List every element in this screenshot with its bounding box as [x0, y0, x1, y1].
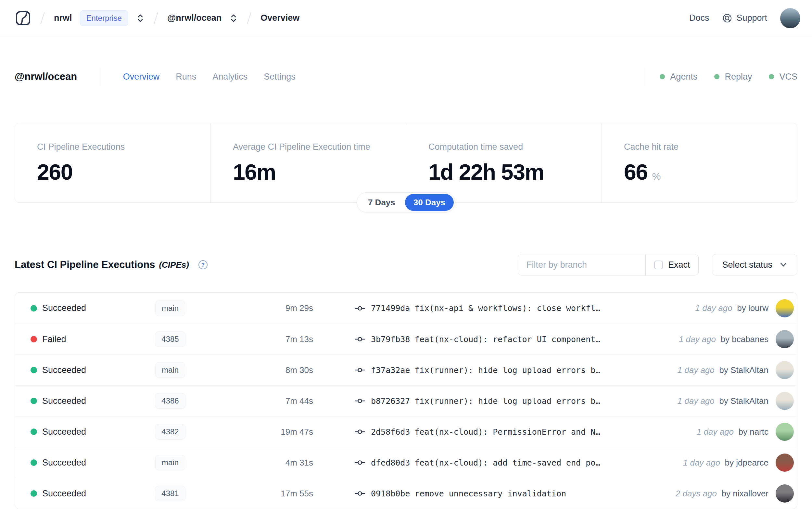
- section-subtitle: (CIPEs): [159, 260, 189, 270]
- support-label: Support: [736, 13, 767, 23]
- indicator-replay[interactable]: Replay: [714, 72, 752, 82]
- author-avatar: [776, 453, 794, 472]
- range-7-days[interactable]: 7 Days: [358, 194, 405, 211]
- git-commit-icon: [355, 305, 365, 312]
- commit-message: feat(nx-cloud): refactor UI component…: [414, 335, 600, 344]
- workspace-tabs: Overview Runs Analytics Settings: [123, 72, 295, 82]
- status-label: Failed: [42, 334, 66, 344]
- top-navbar: nrwl Enterprise @nrwl/ocean Overview Doc…: [0, 0, 812, 36]
- green-dot-icon: [714, 74, 719, 79]
- duration: 9m 29s: [203, 303, 313, 313]
- tab-runs[interactable]: Runs: [176, 72, 196, 82]
- time-ago: 1 day ago: [683, 458, 720, 467]
- green-dot-icon: [769, 74, 774, 79]
- table-row[interactable]: Succeeded 4386 7m 44s b8726327 fix(runne…: [15, 385, 797, 416]
- git-commit-icon: [355, 459, 365, 466]
- commit-link[interactable]: dfed80d3 feat(nx-cloud): add time-saved …: [371, 458, 600, 467]
- docs-link[interactable]: Docs: [689, 13, 709, 23]
- section-title: Latest CI Pipeline Executions: [15, 259, 155, 271]
- table-row[interactable]: Succeeded 4382 19m 47s 2d58f6d3 feat(nx-…: [15, 416, 797, 447]
- table-row[interactable]: Succeeded main 8m 30s f37a32ae fix(runne…: [15, 355, 797, 385]
- branch-badge: 4381: [155, 486, 185, 501]
- git-commit-icon: [355, 335, 365, 343]
- git-commit-icon: [355, 428, 365, 435]
- table-row[interactable]: Succeeded main 4m 31s dfed80d3 feat(nx-c…: [15, 447, 797, 478]
- breadcrumb-page[interactable]: Overview: [260, 13, 300, 23]
- status-dot-icon: [31, 429, 37, 435]
- author-avatar: [776, 299, 794, 317]
- branch-badge: 4385: [155, 331, 185, 347]
- status-indicators: Agents Replay VCS: [660, 72, 797, 82]
- tab-settings[interactable]: Settings: [264, 72, 295, 82]
- commit-link[interactable]: 771499da fix(nx-api & workflows): close …: [371, 303, 600, 313]
- time-ago: 1 day ago: [697, 427, 734, 437]
- git-commit-icon: [355, 397, 365, 404]
- branch-badge: 4386: [155, 393, 185, 409]
- stat-value: 260: [37, 159, 73, 184]
- commit-message: feat(nx-cloud): add time-saved end po…: [414, 458, 600, 467]
- stat-computation-time-saved: Computation time saved 1d 22h 53m: [406, 123, 601, 202]
- stat-value: 16m: [233, 159, 276, 184]
- author: by nixallover: [721, 489, 768, 498]
- commit-hash: 3b79fb38: [371, 335, 410, 344]
- commit-link[interactable]: 3b79fb38 feat(nx-cloud): refactor UI com…: [371, 335, 600, 344]
- author-avatar: [776, 423, 794, 441]
- author-avatar: [776, 330, 794, 348]
- commit-hash: b8726327: [371, 396, 410, 406]
- table-row[interactable]: Succeeded 4381 17m 55s 0918b0be remove u…: [15, 478, 797, 509]
- divider: [646, 68, 646, 86]
- indicator-vcs[interactable]: VCS: [769, 72, 797, 82]
- table-row[interactable]: Failed 4385 7m 13s 3b79fb38 feat(nx-clou…: [15, 324, 797, 355]
- branch-filter-input[interactable]: [518, 254, 645, 275]
- tab-analytics[interactable]: Analytics: [212, 72, 247, 82]
- status-select-dropdown[interactable]: Select status: [712, 254, 797, 275]
- breadcrumb-slash: [247, 12, 251, 24]
- commit-message: feat(nx-cloud): PermissionError and N…: [414, 427, 600, 437]
- status-dot-icon: [31, 460, 37, 466]
- divider: [100, 68, 101, 86]
- status-dot-icon: [31, 397, 37, 404]
- exact-filter: Exact: [645, 254, 699, 275]
- stat-average-execution-time: Average CI Pipeline Execution time 16m: [211, 123, 406, 202]
- breadcrumb-org[interactable]: nrwl: [54, 13, 72, 23]
- duration: 7m 13s: [203, 334, 313, 344]
- commit-hash: 2d58f6d3: [371, 427, 410, 437]
- table-row[interactable]: Succeeded main 9m 29s 771499da fix(nx-ap…: [15, 293, 797, 324]
- status-label: Succeeded: [42, 396, 86, 406]
- commit-link[interactable]: 0918b0be remove unnecessary invalidation: [371, 489, 566, 498]
- org-switcher-chevron-icon[interactable]: [136, 13, 144, 23]
- commit-link[interactable]: b8726327 fix(runner): hide log upload er…: [371, 396, 600, 406]
- status-label: Succeeded: [42, 489, 86, 499]
- app-logo-icon[interactable]: [15, 10, 31, 26]
- stat-ci-pipeline-executions: CI Pipeline Executions 260: [15, 123, 211, 202]
- status-dot-icon: [31, 367, 37, 373]
- green-dot-icon: [660, 74, 665, 79]
- breadcrumb-workspace[interactable]: @nrwl/ocean: [167, 13, 221, 23]
- time-ago: 1 day ago: [695, 303, 732, 313]
- exact-checkbox[interactable]: [654, 260, 663, 269]
- stat-cache-hit-rate: Cache hit rate 66 %: [601, 123, 797, 202]
- duration: 7m 44s: [203, 396, 313, 406]
- commit-link[interactable]: 2d58f6d3 feat(nx-cloud): PermissionError…: [371, 427, 600, 437]
- user-avatar[interactable]: [780, 8, 800, 28]
- tab-overview[interactable]: Overview: [123, 72, 160, 82]
- time-ago: 1 day ago: [677, 396, 715, 406]
- commit-hash: 0918b0be: [371, 489, 410, 498]
- author-avatar: [776, 392, 794, 410]
- breadcrumb-slash: [40, 12, 45, 24]
- commit-message: fix(nx-api & workflows): close workfl…: [414, 303, 600, 313]
- indicator-agents[interactable]: Agents: [660, 72, 698, 82]
- range-30-days[interactable]: 30 Days: [405, 194, 454, 211]
- help-icon[interactable]: ?: [198, 260, 208, 270]
- status-label: Succeeded: [42, 365, 86, 375]
- duration: 17m 55s: [203, 489, 313, 499]
- support-link[interactable]: Support: [722, 13, 767, 24]
- commit-link[interactable]: f37a32ae fix(runner): hide log upload er…: [371, 365, 600, 375]
- author: by bcabanes: [721, 334, 768, 344]
- author: by lourw: [737, 303, 768, 313]
- time-ago: 1 day ago: [677, 365, 715, 375]
- author: by jdpearce: [725, 458, 768, 467]
- author: by StalkAltan: [719, 396, 768, 406]
- workspace-switcher-chevron-icon[interactable]: [229, 13, 238, 23]
- branch-badge: 4382: [155, 424, 185, 439]
